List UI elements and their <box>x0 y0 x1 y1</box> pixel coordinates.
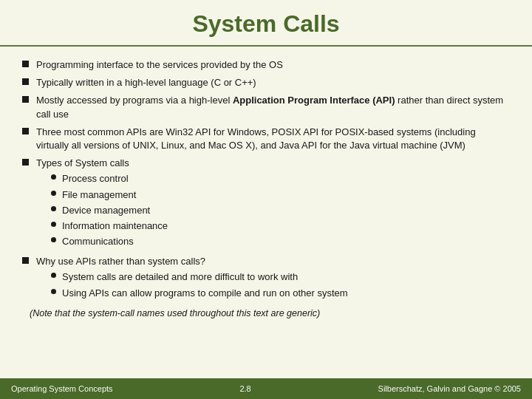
bullet-square-5 <box>22 159 29 166</box>
sub-bullet-circle-6-2 <box>51 289 56 294</box>
sub-bullets-6: System calls are detailed and more diffi… <box>51 270 510 299</box>
bullet-square-2 <box>22 78 29 85</box>
footer-left: Operating System Concepts <box>11 384 113 393</box>
bullet-text-1: Programming interface to the services pr… <box>36 58 510 72</box>
sub-bullet-circle-6-1 <box>51 273 56 278</box>
bullet-text-5: Types of System calls <box>36 157 129 168</box>
sub-bullet-circle-5-1 <box>51 174 56 180</box>
bullet-item-2: Typically written in a high-level langua… <box>22 76 510 89</box>
sub-bullet-circle-5-4 <box>51 222 56 227</box>
content-area: Programming interface to the services pr… <box>0 54 532 323</box>
bullet-item-6: Why use APIs rather than system calls? S… <box>22 255 510 302</box>
bullet-square-4 <box>22 128 29 134</box>
bullet-item-4: Three most common APIs are Win32 API for… <box>22 126 510 152</box>
slide: System Calls Programming interface to th… <box>0 0 532 399</box>
bullet-text-3-bold: Application Program Interface (API) <box>233 95 395 106</box>
bullet-item-5: Types of System calls Process control Fi… <box>22 157 510 250</box>
sub-bullets-5: Process control File management Device m… <box>51 172 510 248</box>
sub-bullet-text-5-3: Device management <box>62 204 150 217</box>
slide-title: System Calls <box>15 10 517 38</box>
footer-center: 2.8 <box>239 384 250 393</box>
bullet-5-content: Types of System calls Process control Fi… <box>36 157 510 250</box>
sub-bullet-5-4: Information maintenance <box>51 219 510 233</box>
sub-bullet-text-5-5: Communications <box>62 235 134 248</box>
sub-bullet-text-6-2: Using APIs can allow programs to compile… <box>62 287 348 300</box>
sub-bullet-5-1: Process control <box>51 172 510 185</box>
sub-bullet-text-5-2: File management <box>62 188 136 202</box>
bullet-square-1 <box>22 61 29 67</box>
bullet-text-6: Why use APIs rather than system calls? <box>36 256 205 267</box>
bullet-6-content: Why use APIs rather than system calls? S… <box>36 255 510 302</box>
sub-bullet-text-5-4: Information maintenance <box>62 219 168 233</box>
sub-bullet-6-1: System calls are detailed and more diffi… <box>51 270 510 284</box>
sub-bullet-text-6-1: System calls are detailed and more diffi… <box>62 270 298 284</box>
sub-bullet-5-5: Communications <box>51 235 510 248</box>
sub-bullet-circle-5-2 <box>51 191 56 196</box>
bullet-text-4: Three most common APIs are Win32 API for… <box>36 126 510 152</box>
bullet-item-3: Mostly accessed by programs via a high-l… <box>22 94 510 120</box>
sub-bullet-5-2: File management <box>51 188 510 202</box>
bullet-square-6 <box>22 257 29 264</box>
title-area: System Calls <box>0 0 532 47</box>
sub-bullet-circle-5-3 <box>51 206 56 211</box>
sub-bullet-6-2: Using APIs can allow programs to compile… <box>51 287 510 300</box>
sub-bullet-text-5-1: Process control <box>62 172 129 185</box>
bullet-text-3: Mostly accessed by programs via a high-l… <box>36 94 510 120</box>
note-text: (Note that the system-call names used th… <box>22 308 510 318</box>
sub-bullet-circle-5-5 <box>51 237 56 242</box>
footer-right: Silberschatz, Galvin and Gagne © 2005 <box>378 384 521 393</box>
bullet-item-1: Programming interface to the services pr… <box>22 58 510 72</box>
sub-bullet-5-3: Device management <box>51 204 510 217</box>
bullet-text-2: Typically written in a high-level langua… <box>36 76 510 89</box>
footer: Operating System Concepts 2.8 Silberscha… <box>0 378 532 399</box>
bullet-text-3-plain: Mostly accessed by programs via a high-l… <box>36 95 233 106</box>
bullet-square-3 <box>22 96 29 103</box>
